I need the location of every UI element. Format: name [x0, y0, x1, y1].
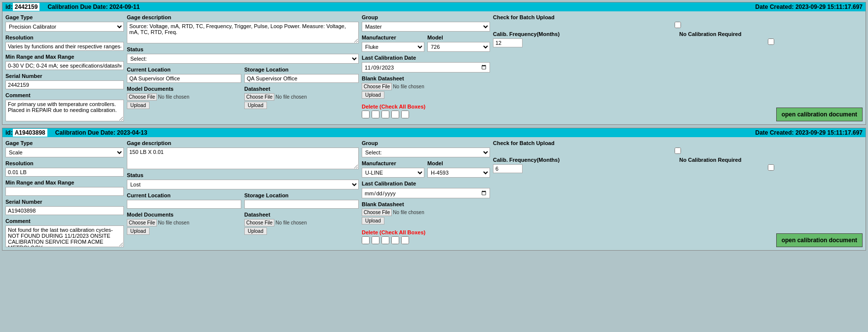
- serial-number-input[interactable]: [5, 206, 124, 215]
- resolution-input[interactable]: [5, 168, 124, 177]
- batch-upload-checkbox[interactable]: [493, 148, 863, 154]
- header-caldue: Calibration Due Date: 2024-09-11: [47, 3, 140, 10]
- group-select[interactable]: MasterSelect:ProductionLab: [362, 22, 490, 32]
- gage-desc-textarea[interactable]: Source: Voltage, mA, RTD, TC, Frequency,…: [127, 22, 359, 43]
- model-select[interactable]: 726H-4593: [427, 42, 490, 52]
- comment-textarea[interactable]: Not found for the last two calibration c…: [5, 225, 124, 247]
- manufacturer-select[interactable]: U-LINEFlukeStarrett: [362, 168, 424, 178]
- last-cal-date-input[interactable]: [362, 188, 490, 198]
- header-datecreated: Date Created: 2023-09-29 15:11:17.697: [755, 3, 863, 10]
- delete-label: Delete (Check All Boxes): [362, 229, 490, 235]
- serial-number-input[interactable]: [5, 80, 124, 89]
- gage-desc-textarea[interactable]: 150 LB X 0.01: [127, 148, 359, 169]
- delete-checkbox-1[interactable]: [362, 236, 370, 244]
- model-group: Model H-4593726: [427, 160, 490, 178]
- spacer: [493, 176, 863, 230]
- min-max-input[interactable]: [5, 187, 124, 196]
- open-cal-doc-btn[interactable]: open calibration document: [776, 108, 863, 121]
- datasheet-choose-file-btn[interactable]: Choose File: [244, 93, 274, 101]
- mfr-model-row: Manufacturer FlukeU-LINEStarrett Model 7…: [362, 35, 490, 52]
- no-cal-required-label: No Calibration Required: [679, 31, 863, 37]
- status-group: Status Select:ActiveLostRepairRetired: [127, 46, 359, 64]
- gage-type-select[interactable]: Precision CalibratorScaleMicrometerCalip…: [5, 22, 124, 32]
- resolution-input[interactable]: [5, 42, 124, 51]
- delete-checkbox-3[interactable]: [381, 111, 389, 118]
- delete-checkbox-5[interactable]: [401, 236, 409, 244]
- col3: Group Select:MasterProductionLab Manufac…: [362, 140, 490, 247]
- last-cal-date-label: Last Calibration Date: [362, 55, 490, 61]
- serial-number-group: Serial Number: [5, 199, 124, 215]
- datasheet-group: Datasheet Choose File No file chosen Upl…: [244, 86, 359, 109]
- delete-checkbox-4[interactable]: [391, 236, 399, 244]
- model-docs-upload-btn[interactable]: Upload: [127, 102, 150, 109]
- col3: Group MasterSelect:ProductionLab Manufac…: [362, 14, 490, 121]
- calib-freq-input[interactable]: [493, 38, 523, 47]
- storage-location-input[interactable]: [244, 200, 359, 209]
- model-select[interactable]: H-4593726: [427, 168, 490, 178]
- no-cal-required-checkbox[interactable]: [679, 38, 863, 45]
- gage-type-label: Gage Type: [5, 14, 124, 20]
- storage-location-group: Storage Location: [244, 67, 359, 83]
- manufacturer-select[interactable]: FlukeU-LINEStarrett: [362, 42, 424, 52]
- blank-datasheet-file-row: Choose File No file chosen: [362, 83, 490, 90]
- record-id: A19403898: [13, 129, 47, 137]
- no-cal-required-checkbox[interactable]: [679, 164, 863, 171]
- freq-nocal-row: Calib. Frequency(Months) No Calibration …: [493, 157, 863, 173]
- status-select[interactable]: Select:ActiveLostRepairRetired: [127, 54, 359, 64]
- batch-upload-row: Check for Batch Upload: [493, 14, 863, 28]
- datasheet-choose-file-btn[interactable]: Choose File: [244, 219, 274, 226]
- delete-checkbox-2[interactable]: [372, 236, 379, 244]
- resolution-group: Resolution: [5, 160, 124, 177]
- record-header: id:A19403898 Calibration Due Date: 2023-…: [2, 128, 866, 137]
- delete-checkbox-5[interactable]: [401, 111, 409, 118]
- delete-checkbox-3[interactable]: [381, 236, 389, 244]
- open-cal-doc-btn[interactable]: open calibration document: [776, 233, 863, 247]
- serial-number-group: Serial Number: [5, 73, 124, 89]
- model-docs-choose-file-btn[interactable]: Choose File: [127, 219, 157, 226]
- no-cal-required-group: No Calibration Required: [679, 31, 863, 45]
- record-card-1: id:A19403898 Calibration Due Date: 2023-…: [2, 128, 866, 251]
- calib-freq-input[interactable]: [493, 164, 523, 173]
- record-header: id:2442159 Calibration Due Date: 2024-09…: [2, 2, 866, 11]
- min-max-input[interactable]: [5, 61, 124, 70]
- model-docs-file-row: Choose File No file chosen: [127, 219, 241, 226]
- current-location-input[interactable]: [127, 74, 241, 83]
- batch-upload-checkbox[interactable]: [493, 22, 863, 28]
- model-docs-upload-btn[interactable]: Upload: [127, 227, 150, 235]
- blank-datasheet-choose-file-btn[interactable]: Choose File: [362, 83, 392, 90]
- open-cal-btn-container: open calibration document: [493, 233, 863, 247]
- delete-checkbox-2[interactable]: [372, 111, 379, 118]
- delete-checkbox-4[interactable]: [391, 111, 399, 118]
- blank-datasheet-group: Blank Datasheet Choose File No file chos…: [362, 75, 490, 99]
- location-row: Current Location Storage Location: [127, 67, 359, 83]
- status-select[interactable]: Select:ActiveLostRepairRetired: [127, 180, 359, 189]
- blank-datasheet-choose-file-btn[interactable]: Choose File: [362, 209, 392, 216]
- resolution-group: Resolution: [5, 35, 124, 51]
- blank-datasheet-upload-btn[interactable]: Upload: [362, 91, 384, 99]
- header-datecreated: Date Created: 2023-09-29 15:11:17.697: [755, 129, 863, 136]
- gage-type-select[interactable]: ScalePrecision CalibratorMicrometerCalip…: [5, 148, 124, 157]
- manufacturer-label: Manufacturer: [362, 35, 424, 40]
- last-cal-date-input[interactable]: [362, 62, 490, 73]
- model-docs-choose-file-btn[interactable]: Choose File: [127, 93, 157, 101]
- gage-desc-label: Gage description: [127, 140, 359, 146]
- group-select[interactable]: Select:MasterProductionLab: [362, 148, 490, 157]
- storage-location-input[interactable]: [244, 74, 359, 83]
- resolution-label: Resolution: [5, 160, 124, 166]
- gage-desc-label: Gage description: [127, 14, 359, 20]
- spacer: [493, 50, 863, 105]
- model-docs-label: Model Documents: [127, 86, 241, 92]
- current-location-input[interactable]: [127, 200, 241, 209]
- delete-checkbox-1[interactable]: [362, 111, 370, 118]
- model-docs-label: Model Documents: [127, 212, 241, 218]
- blank-datasheet-upload-btn[interactable]: Upload: [362, 217, 384, 224]
- datasheet-upload-btn[interactable]: Upload: [244, 227, 267, 235]
- comment-textarea[interactable]: For primary use with temperature control…: [5, 100, 124, 121]
- model-docs-group: Model Documents Choose File No file chos…: [127, 212, 241, 235]
- header-left: id:2442159 Calibration Due Date: 2024-09…: [5, 3, 140, 10]
- comment-label: Comment: [5, 218, 124, 224]
- comment-group: Comment For primary use with temperature…: [5, 92, 124, 121]
- delete-section: Delete (Check All Boxes): [362, 104, 490, 118]
- datasheet-upload-btn[interactable]: Upload: [244, 102, 267, 109]
- col4: Check for Batch Upload Calib. Frequency(…: [493, 14, 863, 121]
